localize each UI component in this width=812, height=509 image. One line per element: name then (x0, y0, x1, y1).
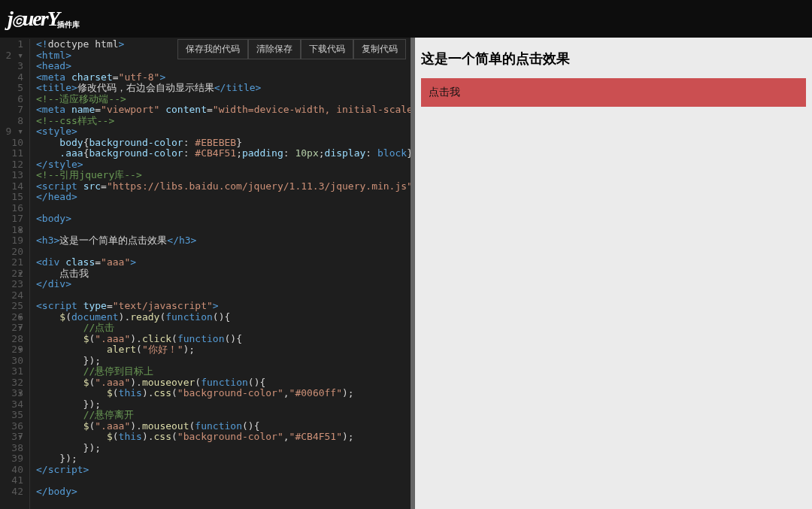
logo-sub: 插件库 (57, 20, 80, 30)
line-number: 3 (0, 61, 23, 72)
main-split: 保存我的代码 清除保存 下载代码 复制代码 12 ▾3456789 ▾10111… (0, 38, 812, 509)
line-number: 4 (0, 72, 23, 83)
line-number: 27 (0, 323, 23, 334)
code-area[interactable]: <!doctype html><html><head><meta charset… (30, 39, 411, 509)
line-number: 28 ▾ (0, 334, 23, 345)
code-line[interactable]: }); (36, 453, 411, 465)
preview-heading: 这是一个简单的点击效果 (421, 50, 806, 68)
editor-toolbar: 保存我的代码 清除保存 下载代码 复制代码 (177, 39, 406, 59)
line-number: 41 (0, 475, 23, 486)
code-line[interactable] (36, 475, 411, 486)
copy-button[interactable]: 复制代码 (353, 39, 406, 59)
code-line[interactable]: $(this).css("background-color","#CB4F51"… (36, 432, 411, 443)
line-number: 37 (0, 432, 23, 443)
line-number: 36 ▾ (0, 421, 23, 432)
code-line[interactable]: //悬停离开 (36, 410, 411, 421)
line-number: 39 (0, 453, 23, 465)
code-line[interactable]: //点击 (36, 323, 411, 334)
preview-panel: 这是一个简单的点击效果 点击我 (415, 38, 812, 509)
code-line[interactable]: body{background-color: #EBEBEB} (36, 138, 411, 149)
code-line[interactable] (36, 247, 411, 258)
code-line[interactable]: $(".aaa").click(function(){ (36, 334, 411, 345)
preview-click-box[interactable]: 点击我 (421, 78, 806, 107)
code-editor[interactable]: 12 ▾3456789 ▾1011121314151617 ▾18192021 … (0, 38, 411, 509)
code-line[interactable] (36, 290, 411, 301)
editor-panel: 保存我的代码 清除保存 下载代码 复制代码 12 ▾3456789 ▾10111… (0, 38, 411, 509)
code-line[interactable]: <!--适应移动端--> (36, 94, 411, 105)
code-line[interactable]: <title>修改代码，右边会自动显示结果</title> (36, 83, 411, 94)
line-number: 38 (0, 443, 23, 454)
code-line[interactable]: <body> (36, 214, 411, 225)
code-line[interactable]: <meta name="viewport" content="width=dev… (36, 105, 411, 116)
code-line[interactable]: }); (36, 443, 411, 454)
line-number: 42 (0, 486, 23, 498)
code-line[interactable] (36, 225, 411, 236)
code-line[interactable]: $(".aaa").mouseover(function(){ (36, 377, 411, 389)
line-number: 8 (0, 116, 23, 127)
code-line[interactable]: <!--css样式--> (36, 116, 411, 127)
line-number: 31 (0, 366, 23, 377)
code-line[interactable]: <script type="text/javascript"> (36, 301, 411, 312)
line-number: 11 (0, 148, 23, 159)
line-gutter: 12 ▾3456789 ▾1011121314151617 ▾18192021 … (0, 39, 30, 509)
line-number: 18 (0, 225, 23, 236)
code-line[interactable]: $(this).css("background-color","#0060ff"… (36, 388, 411, 399)
code-line[interactable]: </style> (36, 159, 411, 171)
code-line[interactable]: }); (36, 356, 411, 367)
code-line[interactable]: </div> (36, 279, 411, 290)
line-number: 35 (0, 410, 23, 421)
line-number: 22 (0, 268, 23, 280)
line-number: 15 (0, 192, 23, 203)
save-button[interactable]: 保存我的代码 (177, 39, 248, 59)
clear-button[interactable]: 清除保存 (248, 39, 301, 59)
line-number: 6 (0, 94, 23, 105)
line-number: 34 (0, 399, 23, 411)
line-number: 9 ▾ (0, 126, 23, 138)
code-line[interactable]: <script src="https://libs.baidu.com/jque… (36, 181, 411, 192)
code-line[interactable]: <div class="aaa"> (36, 257, 411, 268)
line-number: 19 (0, 235, 23, 247)
line-number: 14 (0, 181, 23, 192)
line-number: 13 (0, 170, 23, 181)
line-number: 24 (0, 290, 23, 301)
code-line[interactable]: <h3>这是一个简单的点击效果</h3> (36, 235, 411, 247)
line-number: 29 (0, 344, 23, 356)
code-line[interactable]: .aaa{background-color: #CB4F51;padding: … (36, 148, 411, 159)
code-line[interactable]: 点击我 (36, 268, 411, 280)
code-line[interactable]: //悬停到目标上 (36, 366, 411, 377)
line-number: 25 ▾ (0, 301, 23, 312)
line-number: 12 (0, 159, 23, 171)
app-header: jⓒuerY 插件库 (0, 0, 812, 38)
line-number: 32 ▾ (0, 377, 23, 389)
line-number: 23 (0, 279, 23, 290)
line-number: 20 (0, 247, 23, 258)
line-number: 7 (0, 105, 23, 116)
code-line[interactable]: </script> (36, 465, 411, 476)
line-number: 5 (0, 83, 23, 94)
line-number: 10 (0, 138, 23, 149)
line-number: 17 ▾ (0, 214, 23, 225)
line-number: 33 (0, 388, 23, 399)
code-line[interactable]: </body> (36, 486, 411, 498)
logo: jⓒuerY 插件库 (8, 7, 81, 31)
line-number: 30 (0, 356, 23, 367)
code-line[interactable]: <!--引用jquery库--> (36, 170, 411, 181)
code-line[interactable] (36, 203, 411, 214)
line-number: 16 (0, 203, 23, 214)
code-line[interactable]: $(".aaa").mouseout(function(){ (36, 421, 411, 432)
logo-brand: jⓒuerY (8, 7, 59, 31)
code-line[interactable]: </head> (36, 192, 411, 203)
download-button[interactable]: 下载代码 (301, 39, 353, 59)
code-line[interactable]: <style> (36, 126, 411, 138)
code-line[interactable]: <meta charset="utf-8"> (36, 72, 411, 83)
line-number: 40 (0, 465, 23, 476)
code-line[interactable]: alert("你好！"); (36, 344, 411, 356)
line-number: 2 ▾ (0, 50, 23, 62)
code-line[interactable]: $(document).ready(function(){ (36, 312, 411, 323)
line-number: 21 ▾ (0, 257, 23, 268)
line-number: 1 (0, 39, 23, 50)
code-line[interactable]: <head> (36, 61, 411, 72)
line-number: 26 ▾ (0, 312, 23, 323)
code-line[interactable]: }); (36, 399, 411, 411)
